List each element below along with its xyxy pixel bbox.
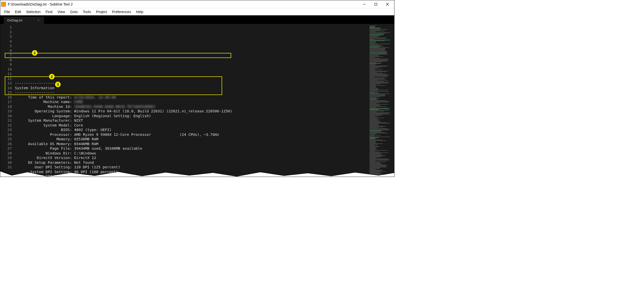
code-line[interactable]: Windows Dir: C:\Windows [15,151,394,156]
redacted-text: 4/15/2024, 12:30:48 [74,95,116,99]
line-number: 26 [0,142,12,146]
code-line[interactable]: Available OS Memory: 65446MB RAM [15,142,394,146]
code-line[interactable]: Operating System: Windows 11 Pro 64-bit … [15,109,394,114]
line-number: 18 [0,104,12,109]
line-number: 8 [0,58,12,62]
tab-label: DxDiag.txt [7,18,22,22]
line-number: 24 [0,132,12,137]
line-number-gutter: 1234567891011121314151617181920212223242… [0,25,15,177]
menu-file[interactable]: File [2,10,13,14]
highlight-badge-2: 2 [49,74,55,79]
code-line[interactable]: BIOS: 4802 (type: UEFI) [15,128,394,132]
minimap[interactable] [370,25,393,177]
minimize-button[interactable] [358,1,370,8]
code-content[interactable]: 1 2 3 ------------------System Informati… [15,25,394,177]
code-line[interactable]: Memory: 65536MB RAM [15,137,394,142]
titlebar[interactable]: F:\Downloads\DxDiag.txt - Sublime Text 2 [0,0,394,8]
editor-area: DxDiag.txt × 123456789101112131415161718… [0,15,394,177]
code-body: 1234567891011121314151617181920212223242… [0,24,394,177]
line-number: 12 [0,76,12,81]
line-number: 28 [0,151,12,156]
line-number: 15 [0,90,12,95]
line-number: 29 [0,155,12,160]
line-number: 6 [0,48,12,53]
code-line[interactable]: ------------------ [15,90,394,95]
menu-tools[interactable]: Tools [80,10,94,14]
menu-view[interactable]: View [55,10,68,14]
svg-rect-1 [375,3,377,5]
code-line[interactable]: Language: English (Regional Setting: Eng… [15,114,394,118]
redacted-text: {0A8D1D1-0448-04A0-B016-7E716AFA4EDE} [74,105,155,109]
line-number: 7 [0,53,12,58]
line-number: 9 [0,62,12,67]
line-number: 10 [0,67,12,72]
tab-close-icon[interactable]: × [37,18,39,22]
code-line[interactable]: Machine Id: {0A8D1D1-0448-04A0-B016-7E71… [15,104,394,109]
line-number: 16 [0,95,12,100]
window-controls [358,1,393,8]
tab-row: DxDiag.txt × [0,15,394,24]
line-number: 25 [0,137,12,142]
window-title: F:\Downloads\DxDiag.txt - Sublime Text 2 [8,2,358,6]
code-line[interactable]: Machine name: CORE [15,100,394,104]
line-number: 1 [0,25,12,30]
code-line[interactable]: System Manufacturer: NZXT [15,118,394,123]
app-icon [1,2,6,7]
redacted-text: CORE [74,100,83,104]
line-number: 5 [0,44,12,48]
line-number: 21 [0,118,12,123]
close-button[interactable] [382,1,393,8]
menubar: File Edit Selection Find View Goto Tools… [0,8,394,15]
line-number: 4 [0,39,12,44]
code-line[interactable]: Time of this report: 4/15/2024, 12:30:48 [15,95,394,100]
code-line[interactable]: DX Setup Parameters: Not found [15,160,394,165]
line-number: 3 [0,34,12,39]
menu-edit[interactable]: Edit [13,10,24,14]
code-line[interactable]: System Model: Core [15,123,394,128]
code-line[interactable]: Processor: AMD Ryzen 9 5900X 12-Core Pro… [15,132,394,137]
menu-find[interactable]: Find [43,10,55,14]
code-line[interactable]: ------------------ [15,81,394,86]
menu-help[interactable]: Help [134,10,146,14]
tab-dxdiag[interactable]: DxDiag.txt × [4,17,44,24]
line-number: 11 [0,72,12,76]
line-number: 23 [0,128,12,132]
line-number: 31 [0,165,12,170]
line-number: 20 [0,114,12,118]
line-number: 2 [0,30,12,35]
line-number: 30 [0,160,12,165]
application-window: F:\Downloads\DxDiag.txt - Sublime Text 2… [0,0,394,177]
code-line[interactable]: User DPI Setting: 120 DPI (125 percent) [15,165,394,170]
menu-selection[interactable]: Selection [24,10,43,14]
line-number: 13 [0,81,12,86]
highlight-box-1 [5,53,231,58]
line-number: 14 [0,86,12,90]
code-line[interactable]: DirectX Version: DirectX 12 [15,155,394,160]
highlight-badge-3: 3 [55,82,61,87]
line-number: 27 [0,146,12,151]
menu-preferences[interactable]: Preferences [109,10,133,14]
line-number: 22 [0,123,12,128]
menu-project[interactable]: Project [94,10,110,14]
line-number: 17 [0,100,12,104]
menu-goto[interactable]: Goto [68,10,80,14]
code-line[interactable]: Page File: 39434MB used, 30106MB availab… [15,146,394,151]
highlight-badge-1: 1 [32,50,37,56]
maximize-button[interactable] [370,1,382,8]
code-line[interactable]: System Information [15,86,394,90]
line-number: 19 [0,109,12,114]
